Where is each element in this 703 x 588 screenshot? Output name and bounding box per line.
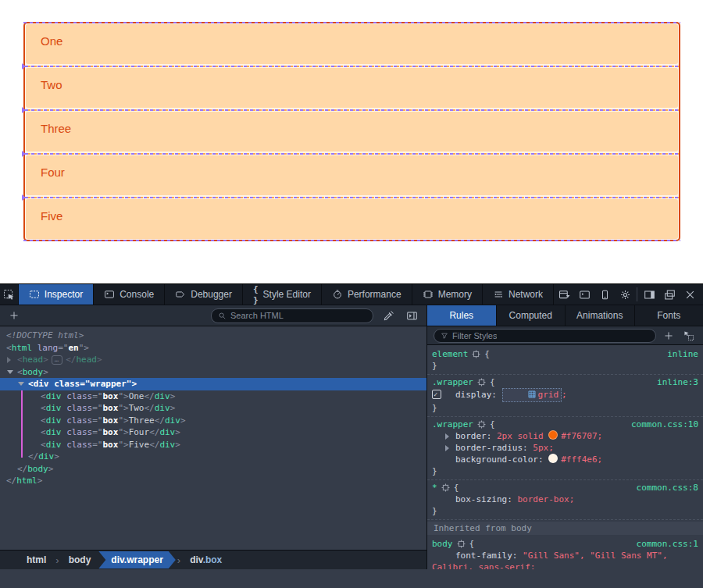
markup-token: box bbox=[103, 427, 119, 437]
dock-side-icon[interactable] bbox=[639, 284, 659, 305]
add-node-icon[interactable] bbox=[6, 308, 22, 323]
markup-token: </ bbox=[17, 464, 27, 474]
rule-selector[interactable]: * bbox=[432, 482, 437, 494]
markup-token: "> bbox=[127, 379, 137, 389]
filter-styles-input[interactable]: Filter Styles bbox=[434, 329, 656, 343]
grid-highlighter-toggle[interactable]: grid bbox=[502, 388, 562, 402]
markup-line[interactable]: <head>…</head> bbox=[0, 354, 426, 366]
search-icon bbox=[218, 312, 227, 320]
collapse-arrow-icon[interactable] bbox=[7, 370, 13, 374]
rule-source-link[interactable]: common.css:8 bbox=[637, 482, 698, 494]
sidebar-tab-fonts[interactable]: Fonts bbox=[635, 305, 703, 326]
property-name: border bbox=[455, 431, 487, 441]
color-swatch[interactable] bbox=[548, 454, 558, 463]
tab-memory[interactable]: Memory bbox=[412, 284, 483, 305]
declaration-checkbox[interactable] bbox=[432, 390, 441, 399]
node-picker-icon[interactable] bbox=[0, 284, 19, 305]
markup-line[interactable]: <div class="box">Five</div> bbox=[0, 439, 426, 451]
markup-line[interactable]: <div class="box">One</div> bbox=[0, 390, 426, 403]
css-declaration[interactable]: display: grid; bbox=[427, 388, 703, 402]
tab-network[interactable]: Network bbox=[483, 284, 554, 305]
search-html-input[interactable]: Search HTML bbox=[211, 308, 373, 323]
markup-line[interactable]: <!DOCTYPE html> bbox=[0, 330, 426, 342]
selector-highlighter-icon[interactable] bbox=[457, 540, 466, 548]
rule-source-link[interactable]: inline bbox=[667, 348, 698, 360]
tab-performance[interactable]: Performance bbox=[322, 284, 412, 305]
breadcrumb-item-div.wrapper[interactable]: div.wrapper bbox=[98, 551, 175, 568]
shorthand-expander-icon[interactable] bbox=[445, 445, 449, 451]
css-declaration[interactable]: border-radius: 5px; bbox=[427, 442, 703, 454]
split-console-icon[interactable] bbox=[574, 284, 594, 305]
grid-overlay-row-line bbox=[25, 195, 679, 199]
selector-highlighter-icon[interactable] bbox=[441, 483, 450, 492]
close-brace: } bbox=[427, 505, 703, 517]
markup-token: <!DOCTYPE html> bbox=[6, 330, 84, 340]
markup-line[interactable]: <html lang="en"> bbox=[0, 342, 426, 355]
rule-selector[interactable]: body bbox=[432, 538, 453, 550]
markup-line[interactable]: <div class="box">Three</div> bbox=[0, 415, 426, 427]
tab-style-editor[interactable]: { }Style Editor bbox=[243, 284, 322, 305]
selector-highlighter-icon[interactable] bbox=[472, 350, 480, 358]
grid-box: Three bbox=[26, 112, 678, 151]
grid-overlay-row-line bbox=[25, 151, 679, 155]
markup-token: box bbox=[103, 391, 119, 401]
selector-highlighter-icon[interactable] bbox=[477, 378, 486, 387]
tab-label: Style Editor bbox=[263, 289, 311, 300]
shorthand-expander-icon[interactable] bbox=[445, 433, 449, 440]
markup-line[interactable]: <div class="box">Two</div> bbox=[0, 402, 426, 415]
collapse-arrow-icon[interactable] bbox=[18, 382, 24, 386]
rule-selector[interactable]: .wrapper bbox=[432, 419, 473, 430]
close-icon[interactable] bbox=[680, 284, 700, 305]
iframe-select-icon[interactable] bbox=[554, 284, 574, 305]
breadcrumb-item-div.box[interactable]: div.box bbox=[182, 552, 230, 568]
sidebar-tab-strip: RulesComputedAnimationsFonts bbox=[427, 305, 703, 326]
responsive-design-icon[interactable] bbox=[594, 284, 615, 305]
add-rule-icon[interactable] bbox=[661, 328, 676, 344]
markup-line[interactable]: </div> bbox=[0, 451, 426, 463]
markup-line[interactable]: <body> bbox=[0, 366, 426, 379]
semicolon: ; bbox=[598, 431, 603, 441]
separate-window-icon[interactable] bbox=[659, 284, 680, 305]
eyedropper-icon[interactable] bbox=[380, 308, 397, 323]
devtools-main: Search HTML <!DOCTYPE html><html lang="e… bbox=[0, 305, 703, 569]
rule-source-link[interactable]: common.css:1 bbox=[637, 538, 698, 550]
expand-arrow-icon[interactable] bbox=[7, 357, 11, 363]
selector-highlighter-icon[interactable] bbox=[477, 420, 486, 429]
breadcrumb-item-body[interactable]: body bbox=[61, 552, 99, 568]
css-declaration[interactable]: box-sizing: border-box; bbox=[427, 494, 703, 505]
settings-icon[interactable] bbox=[615, 284, 635, 305]
css-declaration[interactable]: background-color: #fff4e6; bbox=[427, 454, 703, 465]
markup-view: <!DOCTYPE html><html lang="en"><head>…</… bbox=[0, 326, 426, 550]
markup-token: wrapper bbox=[91, 379, 127, 389]
markup-token: > bbox=[170, 391, 176, 401]
tab-debugger[interactable]: Debugger bbox=[165, 284, 243, 305]
markup-token: "> bbox=[118, 391, 128, 401]
pseudo-class-icon[interactable] bbox=[681, 328, 697, 344]
three-pane-toggle-icon[interactable] bbox=[403, 308, 420, 323]
rule-selector[interactable]: element bbox=[432, 348, 468, 360]
breadcrumb-item-html[interactable]: html bbox=[19, 552, 54, 568]
markup-line[interactable]: </body> bbox=[0, 463, 426, 476]
tab-console[interactable]: Console bbox=[94, 284, 165, 305]
markup-line[interactable]: <div class="wrapper"> bbox=[0, 378, 426, 390]
color-swatch[interactable] bbox=[548, 430, 558, 440]
rule-source-link[interactable]: common.css:10 bbox=[631, 419, 698, 430]
markup-line[interactable]: <div class="box">Four</div> bbox=[0, 426, 426, 439]
markup-line[interactable]: </html> bbox=[0, 475, 426, 487]
markup-token: </ bbox=[66, 355, 76, 365]
grid-box: One bbox=[26, 24, 678, 64]
rule-source-link[interactable]: inline:3 bbox=[657, 376, 698, 388]
markup-token: … bbox=[52, 355, 62, 365]
css-declaration[interactable]: font-family: "Gill Sans", "Gill Sans MT"… bbox=[427, 550, 703, 569]
css-declaration[interactable]: border: 2px solid #f76707; bbox=[427, 430, 703, 442]
markup-token: =" bbox=[92, 427, 102, 437]
markup-token: html bbox=[12, 343, 33, 353]
tab-inspector[interactable]: Inspector bbox=[19, 284, 94, 305]
sidebar-tab-animations[interactable]: Animations bbox=[566, 305, 635, 326]
property-name: font-family bbox=[455, 551, 512, 561]
markup-token: </ bbox=[155, 415, 165, 426]
sidebar-tab-rules[interactable]: Rules bbox=[427, 305, 497, 326]
rule-selector[interactable]: .wrapper bbox=[432, 376, 473, 388]
sidebar-tab-computed[interactable]: Computed bbox=[497, 305, 566, 326]
grid-box-label: Five bbox=[26, 199, 678, 223]
